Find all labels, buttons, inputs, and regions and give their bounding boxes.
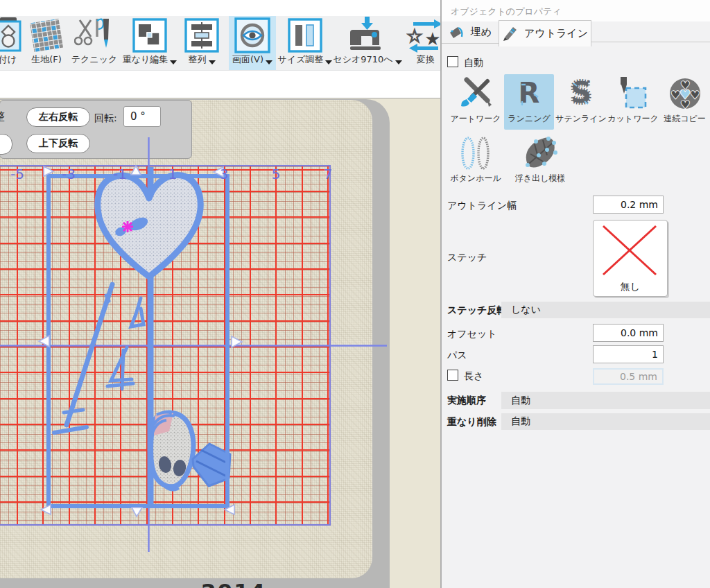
overlap-remove-label: 重なり削除 bbox=[447, 416, 496, 429]
stitch-type-satin[interactable]: S サテンライン bbox=[555, 74, 607, 130]
run-order-label: 実施順序 bbox=[447, 395, 486, 407]
ruler-tick: -5 bbox=[10, 166, 24, 182]
stitch-type-repeat-copy[interactable]: ♥ ♥ ♥ ♥ ♥ 連続コピー bbox=[659, 74, 710, 130]
ruler-tick: 7 bbox=[324, 166, 333, 182]
sewing-machine-icon bbox=[346, 16, 389, 55]
ruler-tick: 1 bbox=[168, 166, 178, 182]
toolbar-item-view[interactable]: 画面(V) bbox=[229, 16, 276, 70]
length-checkbox[interactable] bbox=[447, 370, 458, 381]
toolbar-item-fabric[interactable]: 生地(F) bbox=[25, 16, 68, 70]
overlap-remove-value: 自動 bbox=[511, 415, 530, 428]
handle-top-mid[interactable] bbox=[131, 166, 141, 175]
svg-text:♥: ♥ bbox=[679, 87, 691, 102]
toolbar-label-align: 整列 bbox=[189, 55, 216, 64]
design-objects[interactable] bbox=[54, 167, 230, 505]
outline-width-input[interactable] bbox=[593, 196, 664, 214]
stitch-reverse-dropdown[interactable]: しない bbox=[501, 302, 710, 318]
emboss-pattern-icon bbox=[521, 134, 560, 173]
cutwork-icon bbox=[615, 74, 651, 113]
svg-text:♥: ♥ bbox=[689, 88, 700, 102]
svg-text:S: S bbox=[571, 76, 591, 110]
handle-bottom-left[interactable] bbox=[41, 505, 51, 514]
dropdown-caret-icon bbox=[266, 60, 272, 64]
panel-title: オブジェクトのプロパティ bbox=[451, 6, 562, 18]
svg-text:☆: ☆ bbox=[406, 26, 422, 46]
run-order-value: 自動 bbox=[511, 395, 530, 407]
paint-bucket-icon bbox=[449, 25, 465, 40]
stitch-type-buttonhole[interactable]: ボタンホール bbox=[449, 134, 502, 189]
design-canvas[interactable]: -5 -3 -1 1 3 5 7 2014 整 左右反転 上下反転 回転: bbox=[0, 98, 440, 588]
application-window: 付け bbox=[0, 0, 710, 588]
toolbar-label-paste: 付け bbox=[0, 55, 17, 64]
fabric-icon bbox=[28, 16, 64, 55]
stitch-type-artwork[interactable]: アートワーク bbox=[449, 74, 502, 130]
stitch-type-label: ランニング bbox=[508, 113, 550, 125]
stitch-type-label: カットワーク bbox=[607, 113, 658, 125]
scribble-numbers[interactable] bbox=[54, 284, 144, 433]
tab-fill-label: 埋め bbox=[471, 26, 492, 39]
toolbar-item-technique[interactable]: テクニック bbox=[69, 16, 119, 70]
tab-fill[interactable]: 埋め bbox=[442, 21, 499, 44]
panel-divider bbox=[440, 0, 442, 588]
handle-bottom-mid[interactable] bbox=[132, 508, 142, 517]
dropdown-caret-icon bbox=[395, 60, 402, 64]
svg-text:★: ★ bbox=[424, 28, 440, 49]
satin-line-icon: S bbox=[565, 74, 597, 113]
anchor-star-marker[interactable] bbox=[122, 221, 133, 232]
technique-icon bbox=[74, 16, 114, 55]
running-stitch-icon: R bbox=[513, 74, 545, 113]
toolbar-label-overlap-edit: 重なり編集 bbox=[123, 55, 178, 64]
view-icon bbox=[234, 16, 270, 55]
pass-label: パス bbox=[447, 349, 467, 362]
toolbar-item-resize[interactable]: サイズ調整 bbox=[279, 16, 331, 70]
stitch-type-label: サテンライン bbox=[555, 113, 607, 125]
ruler-tick: -3 bbox=[62, 166, 76, 182]
paste-icon bbox=[0, 16, 22, 55]
resize-icon bbox=[288, 16, 322, 55]
ruler-tick: 5 bbox=[272, 166, 281, 182]
toolbar-item-overlap-edit[interactable]: 重なり編集 bbox=[122, 16, 178, 70]
object-properties-panel: オブジェクトのプロパティ 埋め アウトライン 自動 bbox=[442, 0, 710, 588]
stitch-pattern-button[interactable]: 無し bbox=[593, 220, 668, 297]
offset-label: オフセット bbox=[447, 328, 497, 340]
stitch-reverse-label: ステッチ反転 bbox=[447, 304, 506, 317]
convert-icon: ☆ ★ bbox=[406, 16, 440, 55]
toolbar-item-convert[interactable]: ☆ ★ 変換 bbox=[405, 16, 440, 70]
toolbar-item-paste[interactable]: 付け bbox=[0, 16, 24, 70]
main-toolbar: 付け bbox=[0, 16, 440, 71]
dropdown-caret-icon bbox=[325, 60, 332, 64]
ruler-tick: 3 bbox=[220, 166, 229, 182]
stitch-type-label: アートワーク bbox=[450, 113, 501, 125]
align-icon bbox=[184, 16, 219, 55]
offset-input[interactable] bbox=[593, 324, 664, 342]
dropdown-caret-icon bbox=[170, 60, 177, 64]
toolbar-item-send-to-machine[interactable]: セシオ9710へ bbox=[335, 16, 400, 70]
skull-doodle[interactable] bbox=[151, 412, 230, 490]
pass-input[interactable] bbox=[593, 345, 664, 363]
auto-label: 自動 bbox=[464, 57, 483, 69]
run-order-dropdown[interactable]: 自動 bbox=[501, 392, 710, 409]
toolbar-item-align[interactable]: 整列 bbox=[179, 16, 225, 70]
ruler-tick: -1 bbox=[113, 166, 127, 182]
stitch-type-emboss[interactable]: 浮き出し模様 bbox=[508, 134, 572, 189]
artwork-icon bbox=[457, 74, 494, 113]
toolbar-label-fabric: 生地(F) bbox=[31, 55, 62, 64]
toolbar-label-technique: テクニック bbox=[71, 55, 118, 64]
overlap-remove-dropdown[interactable]: 自動 bbox=[501, 413, 710, 430]
overlap-edit-icon bbox=[132, 16, 167, 55]
auto-checkbox[interactable] bbox=[447, 56, 458, 67]
stitch-type-label: ボタンホール bbox=[450, 173, 501, 184]
length-label: 長さ bbox=[464, 370, 483, 383]
stitch-type-running-selected[interactable]: R ランニング bbox=[504, 74, 554, 130]
stitch-label: ステッチ bbox=[447, 252, 487, 264]
tab-outline[interactable]: アウトライン bbox=[499, 20, 591, 46]
stitch-none-x-icon bbox=[594, 220, 666, 280]
toolbar-label-send-to-machine: セシオ9710へ bbox=[333, 55, 401, 64]
stitch-type-cutwork[interactable]: カットワーク bbox=[607, 74, 659, 130]
tab-outline-label: アウトライン bbox=[524, 27, 588, 40]
dropdown-caret-icon bbox=[209, 60, 216, 64]
stitch-type-label: 連続コピー bbox=[664, 113, 706, 125]
outline-width-label: アウトライン幅 bbox=[447, 200, 517, 212]
length-input-disabled bbox=[593, 368, 664, 385]
stitch-reverse-value: しない bbox=[511, 304, 541, 316]
